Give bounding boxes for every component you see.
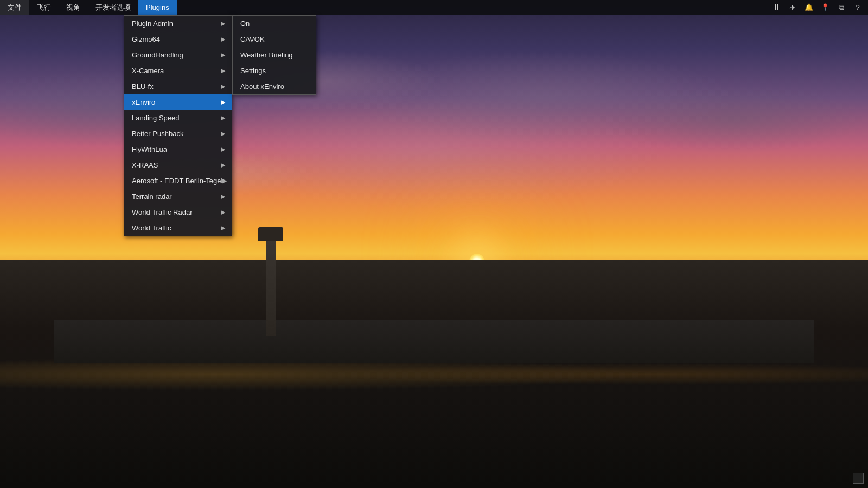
- plugins-menu-x-camera[interactable]: X-Camera ▶: [124, 63, 232, 79]
- arrow-icon: ▶: [221, 99, 225, 106]
- plugins-dropdown: Plugin Admin ▶ Gizmo64 ▶ GroundHandling …: [124, 15, 232, 236]
- arrow-icon: ▶: [221, 162, 225, 169]
- arrow-icon: ▶: [221, 193, 225, 200]
- bottom-right-indicator: [853, 473, 864, 484]
- arrow-icon: ▶: [221, 114, 225, 121]
- arrow-icon: ▶: [221, 146, 225, 153]
- notification-icon[interactable]: 🔔: [803, 2, 815, 14]
- location-icon[interactable]: 📍: [819, 2, 831, 14]
- arrow-icon: ▶: [222, 177, 227, 184]
- arrow-icon: ▶: [221, 83, 225, 90]
- xenviro-weather-briefing[interactable]: Weather Briefing: [233, 47, 316, 63]
- plugins-menu-xenviro[interactable]: xEnviro ▶: [124, 94, 232, 110]
- arrow-icon: ▶: [221, 52, 225, 59]
- menu-plugins[interactable]: Plugins: [138, 0, 177, 15]
- plugins-menu-better-pushback[interactable]: Better Pushback ▶: [124, 126, 232, 142]
- plugins-menu-flywith-lua[interactable]: FlyWithLua ▶: [124, 142, 232, 157]
- arrow-icon: ▶: [221, 20, 225, 27]
- terminal-roof: [54, 320, 814, 363]
- xenviro-settings[interactable]: Settings: [233, 63, 316, 79]
- control-tower: [266, 239, 276, 336]
- xenviro-cavok[interactable]: CAVOK: [233, 31, 316, 47]
- pause-icon[interactable]: ⏸: [770, 2, 782, 14]
- arrow-icon: ▶: [221, 36, 225, 43]
- control-tower-top: [258, 227, 283, 241]
- arrow-icon: ▶: [221, 130, 225, 137]
- plugins-menu-ground-handling[interactable]: GroundHandling ▶: [124, 47, 232, 63]
- arrow-icon: ▶: [221, 209, 225, 216]
- plugins-menu-terrain-radar[interactable]: Terrain radar ▶: [124, 189, 232, 204]
- menu-dev[interactable]: 开发者选项: [88, 0, 138, 15]
- plugins-menu-gizmo64[interactable]: Gizmo64 ▶: [124, 31, 232, 47]
- arrow-icon: ▶: [221, 67, 225, 74]
- xenviro-submenu: On CAVOK Weather Briefing Settings About…: [232, 15, 316, 95]
- menu-view[interactable]: 视角: [59, 0, 88, 15]
- menubar-icons: ⏸ ✈ 🔔 📍 ⧉ ?: [770, 0, 868, 15]
- plugins-menu-aerosoft[interactable]: Aerosoft - EDDT Berlin-Tegel ▶: [124, 173, 232, 189]
- menu-fly[interactable]: 飞行: [29, 0, 59, 15]
- aircraft-icon[interactable]: ✈: [787, 2, 799, 14]
- xenviro-about[interactable]: About xEnviro: [233, 79, 316, 94]
- menubar: 文件 飞行 视角 开发者选项 Plugins ⏸ ✈ 🔔 📍 ⧉ ?: [0, 0, 868, 15]
- help-icon[interactable]: ?: [852, 2, 864, 14]
- menu-file[interactable]: 文件: [0, 0, 29, 15]
- plugins-menu-world-traffic[interactable]: World Traffic ▶: [124, 220, 232, 236]
- plugins-menu-world-traffic-radar[interactable]: World Traffic Radar ▶: [124, 204, 232, 220]
- sliders-icon[interactable]: ⧉: [835, 2, 847, 14]
- plugins-menu-plugin-admin[interactable]: Plugin Admin ▶: [124, 16, 232, 31]
- xenviro-on[interactable]: On: [233, 16, 316, 31]
- arrow-icon: ▶: [221, 224, 225, 232]
- plugins-menu-blu-fx[interactable]: BLU-fx ▶: [124, 79, 232, 94]
- plugins-menu-x-raas[interactable]: X-RAAS ▶: [124, 157, 232, 173]
- plugins-menu-landing-speed[interactable]: Landing Speed ▶: [124, 110, 232, 126]
